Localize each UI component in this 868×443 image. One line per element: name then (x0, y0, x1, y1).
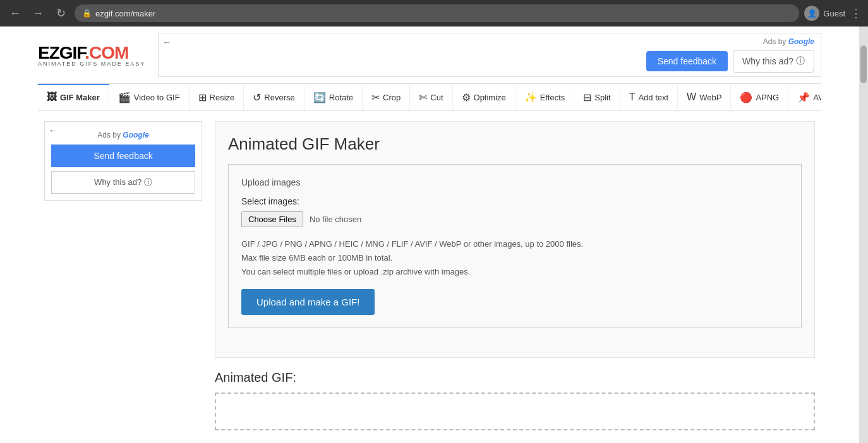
nav-item-cut[interactable]: ✄ Cut (410, 85, 452, 110)
left-sidebar: ← Ads by Google Send feedback Why this a… (38, 121, 208, 430)
why-this-ad-button-side[interactable]: Why this ad? ⓘ (51, 171, 195, 194)
scrollbar[interactable] (859, 27, 868, 443)
apng-icon: 🔴 (740, 92, 752, 103)
send-feedback-button-top[interactable]: Send feedback (646, 51, 728, 71)
select-images-label: Select images: (241, 196, 788, 206)
nav-item-optimize[interactable]: ⚙ Optimize (453, 85, 515, 110)
nav-item-resize[interactable]: ⊞ Resize (190, 85, 244, 110)
nav-item-crop[interactable]: ✂ Crop (363, 85, 410, 110)
info-icon-side: ⓘ (144, 177, 152, 187)
nav-label-apng: APNG (756, 93, 779, 102)
optimize-icon: ⚙ (462, 92, 471, 103)
nav-bar: 🖼 GIF Maker 🎬 Video to GIF ⊞ Resize ↺ Re… (38, 83, 821, 111)
upload-section-title: Upload images (241, 177, 788, 187)
avif-icon: 📌 (797, 92, 810, 103)
file-info: GIF / JPG / PNG / APNG / HEIC / MNG / FL… (241, 237, 788, 279)
nav-label-effects: Effects (540, 93, 565, 102)
page-wrapper: EZGIF.COM ANIMATED GIFS MADE EASY ← Ads … (0, 27, 868, 443)
nav-label-optimize: Optimize (474, 93, 506, 102)
page-title: Animated GIF Maker (228, 134, 802, 154)
ad-top-buttons: Send feedback Why this ad? ⓘ (646, 50, 814, 73)
nav-label-cut: Cut (430, 93, 443, 102)
top-ad-area: ← Ads by Google Send feedback Why this a… (158, 33, 821, 77)
file-info-line1: GIF / JPG / PNG / APNG / HEIC / MNG / FL… (241, 237, 788, 251)
nav-item-webp[interactable]: W WebP (678, 85, 731, 109)
animated-gif-title: Animated GIF: (215, 370, 815, 385)
file-info-line2: Max file size 6MB each or 100MB in total… (241, 251, 788, 265)
lock-icon: 🔒 (82, 9, 92, 18)
crop-icon: ✂ (371, 92, 380, 103)
no-file-label: No file chosen (310, 215, 361, 224)
file-input-row: Choose Files No file chosen (241, 211, 788, 227)
gif-maker-icon: 🖼 (47, 92, 57, 103)
sidebar-ad-box: ← Ads by Google Send feedback Why this a… (44, 121, 202, 201)
webp-icon: W (687, 92, 696, 103)
ads-by-label-top: Ads by Google (763, 37, 814, 46)
nav-item-add-text[interactable]: T Add text (620, 85, 678, 109)
nav-label-resize: Resize (210, 93, 235, 102)
profile-name: Guest (823, 9, 845, 18)
nav-item-effects[interactable]: ✨ Effects (515, 85, 575, 110)
forward-button[interactable]: → (29, 4, 47, 22)
sidebar-back-arrow[interactable]: ← (49, 126, 57, 135)
nav-item-video-to-gif[interactable]: 🎬 Video to GIF (109, 85, 190, 110)
avatar: 👤 (804, 6, 819, 21)
site-wrapper: EZGIF.COM ANIMATED GIFS MADE EASY ← Ads … (32, 27, 828, 440)
gif-output-box (215, 393, 815, 430)
url-text: ezgif.com/maker (95, 9, 155, 18)
info-icon-top: ⓘ (796, 56, 805, 67)
nav-label-video-to-gif: Video to GIF (134, 93, 180, 102)
cut-icon: ✄ (419, 92, 427, 103)
browser-chrome: ← → ↻ 🔒 ezgif.com/maker 👤 Guest ⋮ (0, 0, 868, 27)
nav-label-avif: AVIF (813, 93, 821, 102)
effects-icon: ✨ (524, 92, 537, 103)
ads-by-label-side: Ads by Google (51, 128, 195, 139)
why-this-ad-button-top[interactable]: Why this ad? ⓘ (733, 50, 814, 73)
reverse-icon: ↺ (253, 92, 261, 103)
nav-item-avif[interactable]: 📌 AVIF (788, 85, 821, 110)
split-icon: ⊟ (583, 92, 591, 103)
nav-label-crop: Crop (383, 93, 401, 102)
nav-label-reverse: Reverse (264, 93, 294, 102)
resize-icon: ⊞ (198, 92, 207, 103)
profile-area: 👤 Guest (804, 6, 845, 21)
send-feedback-button-side[interactable]: Send feedback (51, 145, 195, 167)
menu-dots[interactable]: ⋮ (850, 6, 862, 20)
back-button[interactable]: ← (6, 4, 24, 22)
logo: EZGIF.COM ANIMATED GIFS MADE EASY (38, 43, 145, 67)
nav-item-gif-maker[interactable]: 🖼 GIF Maker (38, 84, 109, 110)
site-header: EZGIF.COM ANIMATED GIFS MADE EASY ← Ads … (38, 27, 821, 83)
video-to-gif-icon: 🎬 (118, 92, 131, 103)
nav-label-webp: WebP (699, 93, 721, 102)
nav-label-add-text: Add text (638, 93, 668, 102)
content-area: Animated GIF Maker Upload images Select … (215, 121, 815, 358)
nav-label-rotate: Rotate (329, 93, 353, 102)
nav-item-apng[interactable]: 🔴 APNG (731, 85, 788, 110)
logo-tagline: ANIMATED GIFS MADE EASY (38, 61, 145, 67)
nav-item-reverse[interactable]: ↺ Reverse (244, 85, 304, 110)
ad-top-back-arrow[interactable]: ← (162, 37, 171, 47)
scrollbar-thumb[interactable] (860, 45, 867, 83)
reload-button[interactable]: ↻ (52, 4, 69, 22)
rotate-icon: 🔄 (313, 92, 326, 103)
choose-files-button[interactable]: Choose Files (241, 211, 303, 227)
address-bar[interactable]: 🔒 ezgif.com/maker (75, 4, 799, 22)
upload-button[interactable]: Upload and make a GIF! (241, 289, 375, 315)
animated-gif-section: Animated GIF: (215, 370, 815, 430)
upload-box: Upload images Select images: Choose File… (228, 164, 802, 328)
file-info-line3: You can select multiple files or upload … (241, 265, 788, 279)
two-col-layout: ← Ads by Google Send feedback Why this a… (38, 111, 821, 440)
main-area: Animated GIF Maker Upload images Select … (208, 121, 821, 430)
nav-item-rotate[interactable]: 🔄 Rotate (304, 85, 363, 110)
add-text-icon: T (629, 92, 636, 103)
nav-label-split: Split (594, 93, 610, 102)
nav-item-split[interactable]: ⊟ Split (574, 85, 620, 110)
nav-label-gif-maker: GIF Maker (60, 93, 100, 102)
main-content: EZGIF.COM ANIMATED GIFS MADE EASY ← Ads … (0, 27, 859, 443)
